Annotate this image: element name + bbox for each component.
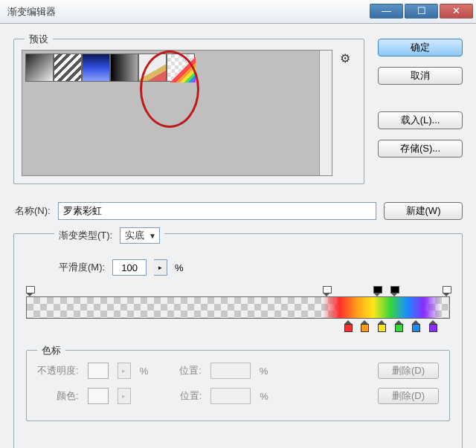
gradient-type-fieldset: 渐变类型(T): 实底 平滑度(M): ▸ %	[13, 233, 463, 448]
color-stop[interactable]	[378, 320, 386, 334]
delete-opacity-stop-button: 删除(D)	[378, 363, 439, 379]
window-buttons: — ☐ ✕	[368, 4, 473, 20]
position-unit: %	[260, 391, 268, 402]
opacity-stop[interactable]	[443, 286, 450, 295]
opacity-stepper: ▸	[118, 363, 131, 379]
opacity-position-input	[210, 363, 251, 379]
position-unit: %	[260, 366, 268, 377]
titlebar: 渐变编辑器 — ☐ ✕	[0, 0, 476, 24]
presets-list[interactable]: ▴	[22, 50, 332, 176]
type-legend: 渐变类型(T): 实底	[54, 227, 164, 244]
stops-fieldset: 色标 不透明度: ▸ % 位置: % 删除(D) 颜色: ▸ 位置: % 删除(…	[26, 350, 450, 421]
minimize-button[interactable]: —	[370, 4, 403, 19]
name-input[interactable]	[58, 202, 376, 220]
name-label: 名称(N):	[15, 204, 51, 218]
color-stop[interactable]	[412, 320, 420, 334]
preset-swatch[interactable]	[167, 53, 195, 82]
color-stop[interactable]	[429, 320, 437, 334]
preset-swatch[interactable]	[138, 53, 167, 82]
opacity-stop[interactable]	[390, 286, 398, 295]
preset-swatch[interactable]	[54, 53, 82, 82]
new-button[interactable]: 新建(W)	[384, 202, 463, 220]
smoothness-row: 平滑度(M): ▸ %	[25, 259, 451, 276]
opacity-stop[interactable]	[26, 286, 33, 295]
smoothness-stepper[interactable]: ▸	[154, 259, 167, 276]
maximize-button[interactable]: ☐	[405, 4, 438, 19]
color-stepper: ▸	[118, 388, 131, 404]
opacity-unit: %	[140, 366, 149, 377]
presets-fieldset: 预设 ▴ ⚙	[13, 39, 364, 184]
opacity-value	[88, 363, 109, 379]
opacity-label: 不透明度:	[37, 364, 79, 377]
button-column: 确定 取消 载入(L)... 存储(S)...	[378, 39, 463, 158]
save-button[interactable]: 存储(S)...	[378, 140, 463, 158]
color-stop[interactable]	[395, 320, 403, 334]
smoothness-label: 平滑度(M):	[59, 261, 105, 274]
color-stop[interactable]	[361, 320, 369, 334]
delete-color-stop-button: 删除(D)	[378, 388, 439, 404]
position-label: 位置:	[179, 364, 202, 377]
opacity-stop-row	[26, 286, 450, 296]
ok-button[interactable]: 确定	[378, 39, 463, 56]
smoothness-input[interactable]	[112, 259, 147, 276]
close-button[interactable]: ✕	[440, 4, 473, 19]
window-title: 渐变编辑器	[7, 5, 56, 19]
opacity-stop[interactable]	[323, 286, 330, 295]
color-stop[interactable]	[344, 320, 353, 334]
color-label: 颜色:	[57, 389, 79, 403]
gradient-editor	[26, 286, 450, 337]
preset-swatch[interactable]	[110, 53, 138, 82]
scroll-up-icon[interactable]: ▴	[326, 52, 329, 60]
type-label: 渐变类型(T):	[59, 230, 112, 241]
load-button[interactable]: 载入(L)...	[378, 111, 463, 129]
opacity-stop-controls: 不透明度: ▸ % 位置: % 删除(D)	[37, 363, 439, 379]
color-stop-row	[26, 320, 450, 337]
preset-swatch[interactable]	[25, 53, 54, 82]
type-value: 实底	[125, 229, 144, 242]
position-label: 位置:	[180, 389, 202, 403]
preset-swatch-row	[22, 51, 332, 85]
stops-legend: 色标	[37, 344, 65, 357]
type-select[interactable]: 实底	[120, 227, 160, 244]
color-position-input	[210, 388, 251, 404]
dialog-content: 预设 ▴ ⚙ 确定 取消 载入(L)...	[0, 24, 476, 448]
preset-swatch[interactable]	[82, 53, 110, 82]
smoothness-unit: %	[175, 262, 184, 273]
presets-legend: 预设	[25, 33, 53, 46]
color-well	[88, 388, 109, 404]
opacity-stop[interactable]	[373, 286, 381, 295]
gradient-bar[interactable]	[26, 296, 450, 319]
gear-icon[interactable]: ⚙	[340, 50, 350, 65]
cancel-button[interactable]: 取消	[378, 67, 463, 85]
name-row: 名称(N): 新建(W)	[15, 202, 463, 220]
color-stop-controls: 颜色: ▸ 位置: % 删除(D)	[37, 388, 439, 404]
